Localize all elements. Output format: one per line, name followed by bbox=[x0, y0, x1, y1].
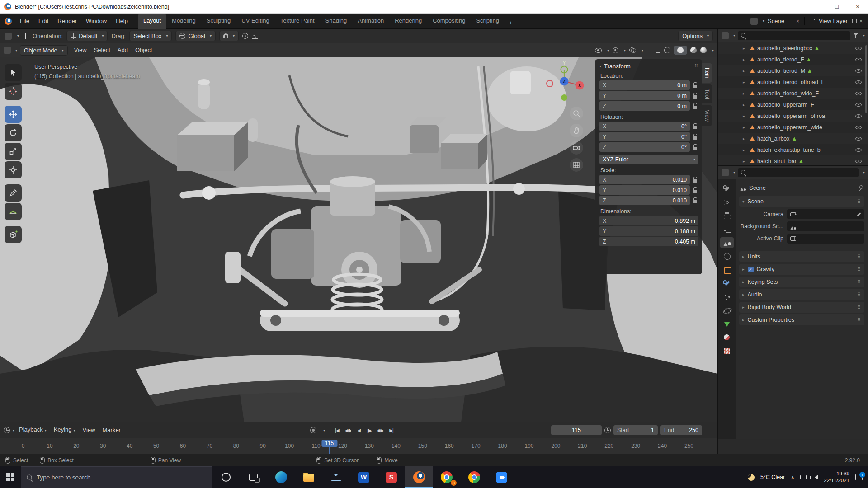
scale-field[interactable]: X 0.010 bbox=[599, 175, 690, 184]
properties-section-header[interactable]: ▸ ✓ Keying Sets ⠿ bbox=[739, 277, 864, 287]
particles-properties-tab[interactable] bbox=[720, 291, 734, 302]
outliner-item[interactable]: ▸ autobello_upperarm_wide bbox=[718, 122, 868, 133]
dimension-field[interactable]: X 0.892 m bbox=[599, 216, 698, 225]
minimize-button[interactable]: – bbox=[806, 0, 826, 13]
texture-properties-tab[interactable] bbox=[720, 346, 734, 357]
drag-dropdown[interactable]: Select Box ▾ bbox=[129, 31, 172, 41]
sidebar-tab[interactable]: Tool bbox=[702, 84, 712, 103]
chrome-button[interactable]: 3 bbox=[433, 466, 460, 488]
lock-open-icon[interactable] bbox=[692, 92, 698, 99]
volume-icon[interactable] bbox=[812, 475, 818, 479]
shading-rendered-icon[interactable] bbox=[700, 47, 707, 53]
caret-down-icon[interactable]: ▾ bbox=[863, 170, 865, 174]
viewport-editor-icon[interactable] bbox=[4, 47, 11, 54]
expand-icon[interactable]: ▸ bbox=[743, 125, 747, 130]
mode-dropdown[interactable]: Object Mode ▾ bbox=[20, 45, 68, 56]
breadcrumb-label[interactable]: Scene bbox=[749, 184, 766, 191]
transform-tool[interactable] bbox=[5, 161, 22, 178]
world-properties-tab[interactable] bbox=[720, 251, 734, 262]
viewport-editor-caret-icon[interactable]: ▾ bbox=[15, 48, 17, 52]
viewport-menu[interactable]: Object bbox=[132, 44, 156, 56]
object-name[interactable]: autobello_tierod_offroad_F bbox=[757, 79, 825, 85]
object-name[interactable]: autobello_tierod_F bbox=[757, 56, 804, 63]
action-center-icon[interactable]: 1 bbox=[855, 474, 863, 480]
workspace-tab[interactable]: Sculpting bbox=[201, 14, 236, 29]
topbar-menu[interactable]: File bbox=[15, 14, 34, 29]
pan-hand-icon[interactable] bbox=[570, 124, 583, 137]
editor-type-caret-icon[interactable]: ▾ bbox=[17, 34, 19, 38]
auto-keying-icon[interactable] bbox=[310, 427, 316, 433]
lock-open-icon[interactable] bbox=[692, 187, 698, 194]
lock-open-icon[interactable] bbox=[692, 123, 698, 130]
current-frame-field[interactable]: 115 bbox=[551, 425, 602, 435]
view-layer-icon[interactable] bbox=[810, 19, 816, 23]
caret-down-icon[interactable]: ▾ bbox=[323, 428, 325, 432]
outliner-item[interactable]: ▸ autobello_tierod_offroad_F bbox=[718, 76, 868, 88]
scene-browse-icon[interactable] bbox=[750, 18, 758, 25]
lock-open-icon[interactable] bbox=[692, 197, 698, 204]
proportional-editing-icon[interactable] bbox=[242, 33, 248, 39]
task-view-button[interactable] bbox=[240, 466, 267, 488]
new-view-layer-icon[interactable] bbox=[851, 19, 856, 24]
output-properties-tab[interactable] bbox=[720, 210, 734, 221]
outliner-item[interactable]: ▸ autobello_upperarm_F bbox=[718, 99, 868, 110]
weather-text[interactable]: 5°C Clear bbox=[760, 474, 785, 480]
sidebar-tab[interactable]: View bbox=[702, 105, 712, 126]
timeline-menu[interactable]: Keying▾ bbox=[50, 423, 79, 437]
scale-field[interactable]: Y 0.010 bbox=[599, 185, 690, 195]
camera-field[interactable] bbox=[787, 209, 864, 219]
measure-tool[interactable] bbox=[5, 203, 22, 220]
physics-properties-tab[interactable] bbox=[720, 305, 734, 316]
workspace-tab[interactable]: Texture Paint bbox=[275, 14, 320, 29]
remove-view-layer-icon[interactable]: × bbox=[859, 18, 863, 24]
end-frame-field[interactable]: End 250 bbox=[660, 425, 702, 435]
workspace-tab[interactable]: Animation bbox=[352, 14, 389, 29]
outliner-item[interactable]: ▸ hatch_exhausttip_tune_b bbox=[718, 144, 868, 155]
expand-icon[interactable]: ▸ bbox=[743, 69, 747, 73]
viewport-menu[interactable]: Add bbox=[114, 44, 132, 56]
object-name[interactable]: autobello_upperarm_F bbox=[757, 102, 814, 108]
video-app-button[interactable] bbox=[488, 466, 515, 488]
outliner-scrollbar[interactable] bbox=[865, 45, 867, 113]
workspace-tab[interactable]: Shading bbox=[320, 14, 353, 29]
visibility-eye-icon[interactable] bbox=[855, 113, 862, 119]
panel-title[interactable]: Transform bbox=[604, 63, 631, 70]
caret-down-icon[interactable]: ▾ bbox=[13, 428, 14, 432]
object-visibility-icon[interactable] bbox=[595, 48, 602, 53]
material-properties-tab[interactable] bbox=[720, 332, 734, 343]
object-name[interactable]: autobello_steeringbox bbox=[757, 45, 812, 52]
shading-solid-active[interactable] bbox=[674, 46, 687, 55]
blender-menu-icon[interactable] bbox=[5, 18, 12, 25]
object-name[interactable]: hatch_strut_bar bbox=[757, 158, 797, 164]
add-workspace-button[interactable]: + bbox=[505, 16, 517, 26]
object-name[interactable]: autobello_tierod_wide_F bbox=[757, 90, 819, 97]
timeline-menu[interactable]: Playback▾ bbox=[15, 423, 50, 437]
timeline-menu[interactable]: Marker▾ bbox=[99, 424, 124, 436]
collapse-icon[interactable]: ▾ bbox=[599, 64, 601, 68]
viewport-navigation-gizmo[interactable]: Y Z X bbox=[542, 60, 586, 103]
outliner-item[interactable]: ▸ autobello_tierod_F bbox=[718, 54, 868, 65]
visibility-eye-icon[interactable] bbox=[855, 56, 862, 63]
properties-editor-icon[interactable] bbox=[722, 169, 729, 176]
eyedropper-icon[interactable] bbox=[857, 212, 861, 216]
rotation-field[interactable]: X 0° bbox=[599, 122, 690, 131]
timeline-editor-icon[interactable] bbox=[4, 427, 10, 433]
properties-section-header[interactable]: ▸ ✓ Rigid Body World ⠿ bbox=[739, 302, 864, 313]
lock-open-icon[interactable] bbox=[692, 144, 698, 151]
visibility-eye-icon[interactable] bbox=[855, 147, 862, 153]
pin-icon[interactable] bbox=[858, 185, 863, 191]
search-input[interactable] bbox=[37, 474, 206, 481]
gizmo-negy-ball[interactable] bbox=[561, 94, 567, 101]
unlink-scene-icon[interactable]: × bbox=[796, 18, 799, 24]
shading-wireframe-icon[interactable] bbox=[664, 47, 670, 53]
add-cube-tool[interactable] bbox=[5, 226, 22, 243]
outliner-item[interactable]: ▸ autobello_upperarm_offroa bbox=[718, 110, 868, 122]
scene-panel-header[interactable]: ▾ Scene ⠿ bbox=[739, 196, 864, 207]
topbar-menu[interactable]: Window bbox=[81, 14, 111, 29]
rotation-field[interactable]: Z 0° bbox=[599, 142, 690, 152]
scale-tool[interactable] bbox=[5, 143, 22, 160]
view-layer-properties-tab[interactable] bbox=[720, 224, 734, 235]
start-button[interactable] bbox=[0, 466, 21, 488]
lock-open-icon[interactable] bbox=[692, 103, 698, 110]
workspace-tab[interactable]: Layout bbox=[138, 14, 166, 29]
